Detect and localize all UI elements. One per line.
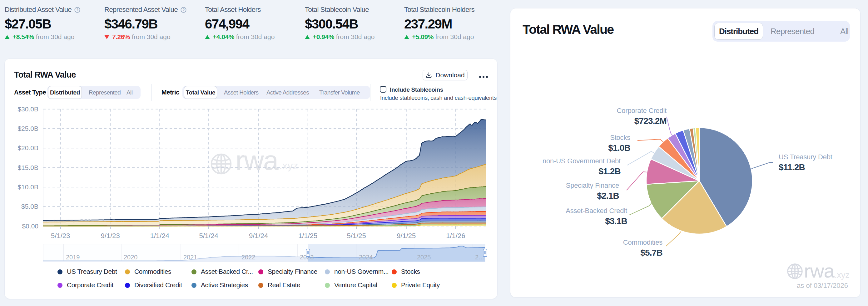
svg-text:2022: 2022 xyxy=(242,254,255,261)
svg-text:2025: 2025 xyxy=(417,254,431,261)
svg-text:?: ? xyxy=(76,8,79,11)
svg-text:?: ? xyxy=(182,8,185,11)
svg-text:2021: 2021 xyxy=(183,254,197,261)
svg-text:2024: 2024 xyxy=(359,254,373,261)
svg-text:2020: 2020 xyxy=(124,254,138,261)
svg-text:2019: 2019 xyxy=(66,254,80,261)
